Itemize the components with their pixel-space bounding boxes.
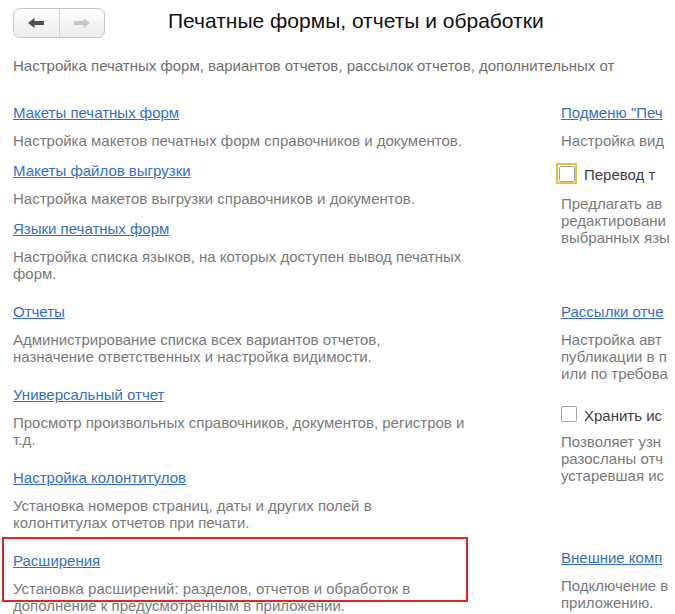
link-report-mailings[interactable]: Рассылки отче [561, 303, 664, 321]
description-line: или по требова [561, 365, 668, 382]
description-line: Настройка вид [561, 132, 664, 149]
back-button[interactable] [14, 9, 59, 37]
description-line: Предлагать ав [561, 195, 662, 212]
section-universal-report: Универсальный отчет Просмотр произвольны… [13, 386, 464, 448]
link-export-file-templates[interactable]: Макеты файлов выгрузки [13, 162, 191, 180]
description-line: назначение ответственных и настройка вид… [13, 348, 380, 365]
description-line: разосланы отч [561, 450, 663, 467]
section-export-file-templates: Макеты файлов выгрузки Настройка макетов… [13, 162, 415, 207]
checkbox-focus-ring [556, 163, 577, 184]
description-line: т.д. [13, 431, 464, 448]
back-arrow-icon [26, 17, 46, 29]
description-line: Подключение в [561, 577, 668, 594]
page-title: Печатные формы, отчеты и обработки [168, 9, 544, 33]
section-header-footer-settings: Настройка колонтитулов Установка номеров… [13, 469, 372, 531]
description-line: Просмотр произвольных справочников, доку… [13, 414, 464, 431]
description-line: выбранных язы [561, 229, 670, 246]
description-line: дополнение к предусмотренным в приложени… [13, 597, 410, 614]
description-line: форм. [13, 265, 461, 282]
text-translation-checkbox[interactable] [559, 166, 575, 182]
page-subtitle: Настройка печатных форм, вариантов отчет… [13, 57, 614, 74]
description-line: Настройка макетов выгрузки справочников … [13, 190, 415, 207]
description-line: колонтитулах отчетов при печати. [13, 514, 372, 531]
link-reports[interactable]: Отчеты [13, 303, 65, 321]
keep-history-checkbox[interactable] [561, 406, 577, 422]
section-reports: Отчеты Администрирование списка всех вар… [13, 303, 380, 365]
link-extensions[interactable]: Расширения [13, 552, 100, 570]
link-print-submenu[interactable]: Подменю "Печ [561, 104, 663, 122]
forward-arrow-icon [72, 17, 92, 29]
section-print-form-languages: Языки печатных форм Настройка списка язы… [13, 220, 461, 282]
settings-page: Печатные формы, отчеты и обработки Настр… [0, 0, 675, 614]
section-extensions: Расширения Установка расширений: раздело… [13, 552, 410, 614]
description-line: публикации в п [561, 348, 667, 365]
description-line: Администрирование списка всех вариантов … [13, 331, 380, 348]
keep-history-checkbox-label: Хранить ис [584, 407, 662, 424]
description-line: устаревшая ис [561, 467, 664, 484]
link-print-form-templates[interactable]: Макеты печатных форм [13, 104, 179, 122]
link-print-form-languages[interactable]: Языки печатных форм [13, 220, 169, 238]
description-line: Настройка авт [561, 331, 662, 348]
description-line: Настройка макетов печатных форм справочн… [13, 132, 462, 149]
link-universal-report[interactable]: Универсальный отчет [13, 386, 164, 404]
description-line: Установка расширений: разделов, отчетов … [13, 580, 410, 597]
section-print-form-templates: Макеты печатных форм Настройка макетов п… [13, 104, 462, 149]
description-line: Настройка списка языков, на которых дост… [13, 248, 461, 265]
description-line: Позволяет узн [561, 433, 661, 450]
text-translation-checkbox-label: Перевод т [584, 166, 655, 183]
description-line: Установка номеров страниц, даты и других… [13, 497, 372, 514]
link-external-components[interactable]: Внешние комп [561, 549, 662, 567]
forward-button[interactable] [59, 9, 105, 37]
history-nav-buttons [13, 8, 105, 38]
description-line: редактировани [561, 212, 666, 229]
link-header-footer-settings[interactable]: Настройка колонтитулов [13, 469, 186, 487]
description-line: приложению. [561, 594, 653, 611]
